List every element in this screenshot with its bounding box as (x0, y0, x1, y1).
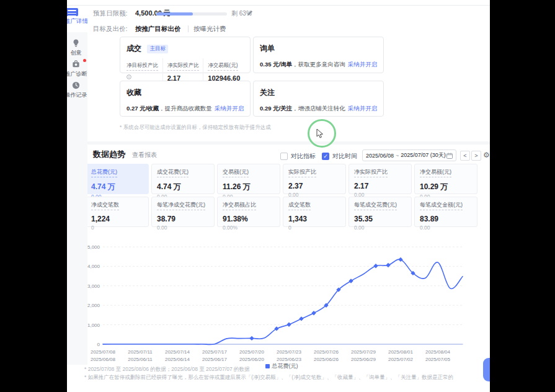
date-range-start: 2025/06/08 (366, 153, 394, 159)
metric-value: 91.38% (223, 215, 275, 223)
metric-card[interactable]: 总花费(元)4.74 万0.00 (86, 164, 149, 194)
metric-card[interactable]: 每笔净成交花费(元)38.790.00 (151, 197, 215, 227)
metric-card[interactable]: 净成交笔数1,2240 (86, 197, 149, 227)
inquiry-adopt-link[interactable]: 采纳并开启 (348, 61, 378, 68)
metric-card[interactable]: 净交易额占比91.38%0.00% (217, 197, 280, 227)
sidebar-item[interactable]: 操作记录 (64, 81, 87, 99)
svg-text:2025/07/23: 2025/07/23 (277, 349, 302, 355)
primary-goal-badge: 主目标 (147, 45, 168, 53)
view-report-link[interactable]: 查看报表 (132, 151, 157, 159)
svg-text:2025/07/17: 2025/07/17 (202, 349, 228, 355)
favorite-price: 0.27 元/收藏 (127, 105, 159, 112)
favorite-desc-text: ，提升商品收藏数量 (159, 105, 212, 112)
svg-text:2025/06/08: 2025/06/08 (91, 357, 116, 362)
svg-text:2025/07/05: 2025/07/05 (425, 357, 451, 362)
left-black-bar (0, 0, 67, 392)
metric-value: 10.29 万 (420, 182, 472, 192)
date-range-end: 2025/07/07 (30天) (401, 151, 446, 159)
tab-bid-by-exposure[interactable]: 按曝光计费 (193, 25, 226, 33)
svg-text:2025/08/01: 2025/08/01 (388, 349, 414, 355)
metric-value: 1,224 (91, 215, 143, 223)
metric-card[interactable]: 实际投产比2.370.00 (283, 164, 346, 194)
metric-card[interactable]: 成交笔数1,3430 (283, 197, 346, 227)
compare-time-checkbox[interactable]: ✓ (322, 153, 329, 160)
metric-label: 净成交笔数 (91, 201, 119, 210)
metric-value: 4.74 万 (157, 182, 209, 192)
sidebar-item-promo-detail[interactable]: 推广详情 (63, 17, 88, 25)
metric-value: 4.74 万 (91, 182, 143, 192)
deal-stat-label: 净交易额(元) (208, 62, 238, 71)
sidebar-item-label: 创意 (65, 49, 87, 57)
metric-value: 38.79 (157, 215, 209, 223)
goal-card-favorite-title: 收藏 (127, 87, 141, 98)
svg-text:2025/08/04: 2025/08/04 (425, 349, 451, 355)
metric-card[interactable]: 净交易额(元)10.29 万0.00 (414, 164, 477, 194)
favorite-adopt-link[interactable]: 采纳并开启 (215, 105, 244, 112)
chart-footnote-2: * 如果推广在暂停或删除前已经获得了曝光，那么在暂停或重建后展示「(净)交易额」… (84, 374, 453, 381)
gear-icon[interactable]: ⚙ (483, 151, 490, 159)
metric-card[interactable]: 每笔成交花费(元)35.350.00 (349, 197, 412, 227)
history-icon (71, 81, 81, 90)
follow-desc-text: ，增强店铺关注转化 (292, 105, 345, 112)
metric-value: 2.17 (354, 182, 406, 190)
budget-edit-icon[interactable] (247, 10, 253, 16)
metric-label: 成交花费(元) (157, 168, 189, 177)
svg-text:2025/07/29: 2025/07/29 (351, 349, 376, 355)
inquiry-desc-text: ，获取更多意向咨询 (292, 61, 345, 68)
metric-value: 2.37 (288, 182, 340, 190)
compare-metric-checkbox[interactable] (280, 153, 288, 160)
goal-card-follow: 关注 0.29 元/关注，增强店铺关注转化采纳并开启 (253, 81, 384, 117)
svg-text:2025/06/14: 2025/06/14 (165, 357, 190, 362)
notification-dot (83, 59, 86, 62)
bidding-label: 目标及出价: (93, 25, 127, 33)
goal-card-favorite: 收藏 0.27 元/收藏，提升商品收藏数量采纳并开启 (120, 81, 251, 117)
mouse-cursor (316, 129, 325, 139)
budget-progress-bar (156, 12, 227, 16)
metric-value: 83.89 (420, 215, 472, 223)
svg-text:2025/07/11: 2025/07/11 (128, 349, 153, 355)
goal-card-inquiry: 询单 0.35 元/询单，获取更多意向咨询采纳并开启 (253, 37, 384, 73)
svg-text:2025/06/29: 2025/06/29 (351, 357, 376, 362)
svg-text:3,000: 3,000 (87, 283, 100, 289)
goal-card-deal-title: 成交 (127, 43, 141, 54)
metric-value: 1,343 (288, 215, 340, 223)
budget-label: 预算日限额: (93, 9, 127, 18)
legend-label: 总花费(元) (272, 363, 298, 369)
metric-label: 每笔成交金额(元) (420, 201, 463, 210)
compare-time-label[interactable]: 对比时间 (332, 152, 357, 161)
compare-metric-label[interactable]: 对比指标 (291, 152, 316, 161)
trend-section-title: 数据趋势 (93, 149, 125, 160)
deal-stat-label: 净实际投产比 (167, 62, 199, 71)
sidebar-item[interactable]: 推广诊断 (64, 60, 87, 78)
metric-label: 净实际投产比 (354, 168, 388, 177)
follow-price: 0.29 元/关注 (260, 105, 292, 112)
svg-text:2025/07/20: 2025/07/20 (239, 349, 265, 355)
goal-card-inquiry-title: 询单 (260, 43, 275, 54)
right-black-bar (490, 0, 555, 392)
metric-label: 净交易额(元) (420, 168, 451, 177)
svg-text:2025/07/02: 2025/07/02 (388, 357, 414, 362)
sidebar: 创意推广诊断操作记录 (64, 32, 87, 365)
metric-card[interactable]: 每笔成交金额(元)83.890.00 (414, 197, 477, 227)
tab-bid-by-goal[interactable]: 按推广目标出价 (135, 25, 181, 33)
next-period-button[interactable]: > (471, 151, 481, 161)
sidebar-item[interactable]: 创意 (64, 38, 87, 57)
inquiry-price: 0.35 元/询单 (260, 61, 292, 68)
legend-swatch (265, 364, 270, 368)
metric-label: 交易额(元) (223, 168, 249, 177)
date-range-picker[interactable]: 2025/06/08 ~ 2025/07/07 (30天) (362, 149, 456, 161)
svg-text:4,000: 4,000 (87, 264, 100, 269)
metric-card[interactable]: 成交花费(元)4.74 万0.00 (151, 164, 215, 194)
info-icon[interactable] (127, 71, 131, 81)
svg-text:2,000: 2,000 (87, 303, 100, 308)
svg-text:2025/07/26: 2025/07/26 (314, 349, 339, 355)
follow-adopt-link[interactable]: 采纳并开启 (348, 105, 378, 112)
metric-card[interactable]: 交易额(元)11.26 万0.00 (217, 164, 280, 194)
svg-text:2025/06/23: 2025/06/23 (277, 357, 302, 362)
metric-label: 每笔净成交花费(元) (157, 201, 205, 210)
top-divider (67, 5, 490, 6)
metric-label: 实际投产比 (288, 168, 316, 177)
prev-period-button[interactable]: < (460, 151, 470, 161)
metric-card[interactable]: 净实际投产比2.170.00 (349, 164, 412, 194)
metric-compare-value: 0.00 (157, 225, 209, 231)
